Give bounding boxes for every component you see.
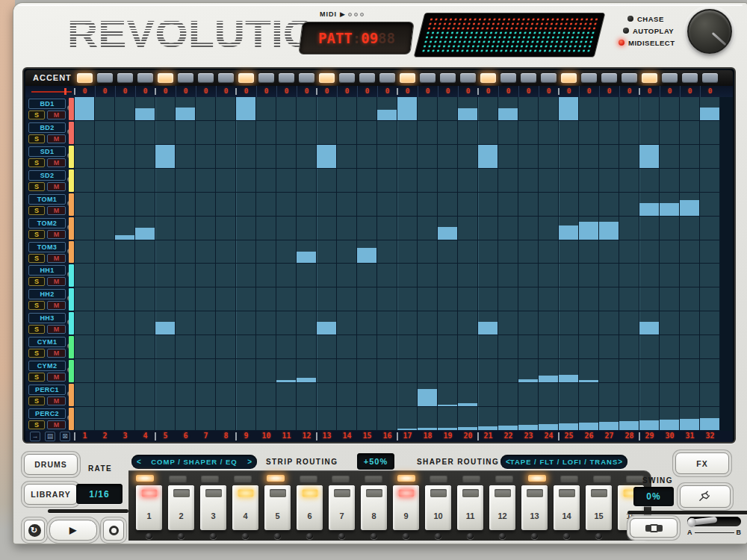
step-cell[interactable] <box>438 264 458 287</box>
accent-step-button[interactable] <box>440 73 456 83</box>
ab-morph-button[interactable] <box>630 518 678 538</box>
velocity-value[interactable]: 0 <box>75 87 95 95</box>
mute-button[interactable]: M <box>47 158 66 167</box>
step-cell[interactable] <box>498 240 518 264</box>
step-cell[interactable] <box>115 145 135 169</box>
step-cell[interactable] <box>377 121 397 145</box>
groove-button[interactable] <box>680 485 731 508</box>
step-cell[interactable] <box>438 169 458 193</box>
amount-display[interactable]: +50% <box>357 453 394 470</box>
step-cell[interactable] <box>700 121 720 145</box>
step-cell[interactable] <box>478 217 498 240</box>
solo-button[interactable]: S <box>28 277 45 286</box>
step-cell[interactable] <box>680 359 700 383</box>
step-cell[interactable] <box>236 169 256 193</box>
step-cell[interactable] <box>518 311 539 335</box>
step-cell[interactable] <box>115 217 135 240</box>
step-cell[interactable] <box>579 311 599 335</box>
step-cell[interactable] <box>317 335 337 359</box>
step-cell[interactable] <box>155 359 176 383</box>
play-button[interactable]: ▶ <box>49 520 97 541</box>
step-cell[interactable] <box>599 240 619 264</box>
step-button-14[interactable]: 14 <box>554 485 580 530</box>
step-cell[interactable] <box>216 193 236 217</box>
step-cell[interactable] <box>700 145 720 169</box>
step-cell[interactable] <box>559 359 579 383</box>
velocity-value[interactable]: 0 <box>297 87 317 95</box>
step-cell[interactable] <box>75 193 95 217</box>
step-button-8[interactable]: 8 <box>361 485 387 530</box>
step-cell[interactable] <box>579 287 599 311</box>
step-cell[interactable] <box>196 311 216 335</box>
accent-step-button[interactable] <box>480 73 496 83</box>
step-cell[interactable] <box>498 335 518 359</box>
step-button-5[interactable]: 5 <box>264 485 291 530</box>
step-cell[interactable] <box>317 121 337 145</box>
solo-button[interactable]: S <box>28 420 45 429</box>
velocity-value[interactable]: 0 <box>176 87 196 95</box>
step-cell[interactable] <box>539 383 559 407</box>
step-cell[interactable] <box>75 97 95 121</box>
step-cell[interactable] <box>297 383 317 407</box>
mute-button[interactable]: M <box>47 277 66 286</box>
accent-step-button[interactable] <box>279 73 294 83</box>
step-cell[interactable] <box>115 121 135 145</box>
mute-button[interactable]: M <box>47 206 66 215</box>
step-cell[interactable] <box>639 193 660 217</box>
step-cell[interactable] <box>418 264 438 287</box>
step-cell[interactable] <box>317 311 337 335</box>
step-cell[interactable] <box>397 407 418 431</box>
accent-step-button[interactable] <box>642 73 657 83</box>
accent-step-button[interactable] <box>682 73 698 83</box>
step-cell[interactable] <box>619 145 639 169</box>
step-cell[interactable] <box>176 121 196 145</box>
step-cell[interactable] <box>599 264 619 287</box>
step-cell[interactable] <box>660 240 680 264</box>
step-cell[interactable] <box>498 407 518 431</box>
step-cell[interactable] <box>639 169 660 193</box>
step-cell[interactable] <box>438 145 458 169</box>
step-cell[interactable] <box>377 359 397 383</box>
accent-step-button[interactable] <box>420 73 436 83</box>
step-cell[interactable] <box>216 240 236 264</box>
step-cell[interactable] <box>559 335 579 359</box>
step-cell[interactable] <box>176 145 196 169</box>
step-cell[interactable] <box>639 407 660 431</box>
track-name-tom3[interactable]: TOM3 <box>28 242 66 252</box>
step-cell[interactable] <box>196 240 216 264</box>
step-cell[interactable] <box>236 383 256 407</box>
step-cell[interactable] <box>660 287 680 311</box>
step-cell[interactable] <box>135 145 155 169</box>
step-cell[interactable] <box>438 383 458 407</box>
step-cell[interactable] <box>518 287 539 311</box>
track-name-perc1[interactable]: PERC1 <box>28 385 66 395</box>
step-cell[interactable] <box>680 169 700 193</box>
step-cell[interactable] <box>337 145 357 169</box>
step-cell[interactable] <box>377 287 397 311</box>
step-cell[interactable] <box>680 217 700 240</box>
step-cell[interactable] <box>539 407 559 431</box>
step-cell[interactable] <box>660 97 680 121</box>
step-cell[interactable] <box>75 311 95 335</box>
step-cell[interactable] <box>559 311 579 335</box>
step-cell[interactable] <box>256 335 276 359</box>
step-cell[interactable] <box>196 217 216 240</box>
step-cell[interactable] <box>639 240 660 264</box>
step-cell[interactable] <box>539 217 559 240</box>
step-cell[interactable] <box>660 193 680 217</box>
accent-amount-slider-handle[interactable] <box>64 88 66 95</box>
step-cell[interactable] <box>518 97 539 121</box>
step-cell[interactable] <box>236 264 256 287</box>
step-cell[interactable] <box>579 217 599 240</box>
step-cell[interactable] <box>297 264 317 287</box>
step-cell[interactable] <box>176 240 196 264</box>
step-cell[interactable] <box>700 169 720 193</box>
step-cell[interactable] <box>155 407 176 431</box>
step-cell[interactable] <box>397 97 418 121</box>
step-cell[interactable] <box>377 217 397 240</box>
step-cell[interactable] <box>418 169 438 193</box>
step-cell[interactable] <box>458 193 478 217</box>
step-cell[interactable] <box>276 264 297 287</box>
step-cell[interactable] <box>236 145 256 169</box>
chevron-right-icon[interactable]: > <box>247 458 252 466</box>
